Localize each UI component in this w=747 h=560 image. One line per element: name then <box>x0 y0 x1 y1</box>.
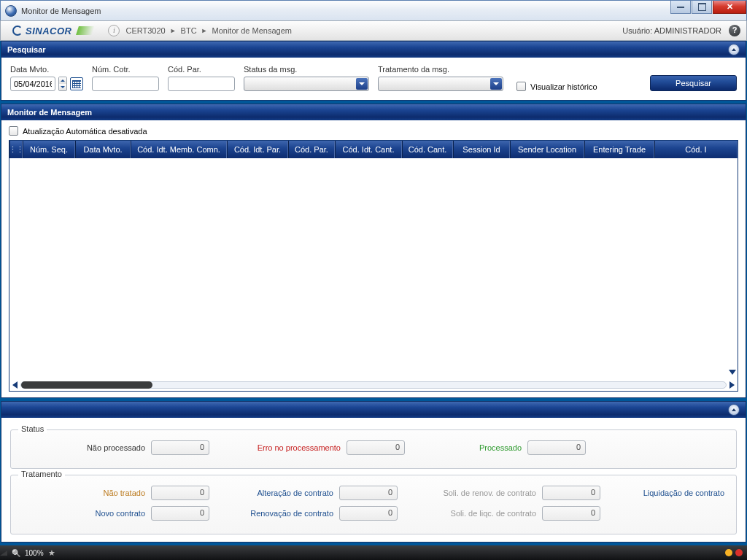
lbl-nao-tratado: Não tratado <box>43 489 145 497</box>
logo-mark-icon <box>12 26 23 36</box>
summary-panel: Status Não processado 0 Erro no processa… <box>1 401 746 542</box>
close-button[interactable] <box>713 1 746 14</box>
star-icon[interactable]: ★ <box>48 548 55 558</box>
spinner-up-icon[interactable] <box>59 77 66 84</box>
col-entering-trade[interactable]: Entering Trade <box>584 141 654 158</box>
crumb-3[interactable]: Monitor de Mensagem <box>212 26 292 35</box>
val-sol-liq: 0 <box>542 506 600 521</box>
scroll-right-icon[interactable] <box>729 381 735 389</box>
lbl-processado: Processado <box>419 443 522 452</box>
logo-accent-icon <box>77 26 93 35</box>
val-alteracao: 0 <box>339 486 398 500</box>
lbl-sol-renov: Soli. de renov. de contrato <box>412 489 536 497</box>
col-cod-truncated[interactable]: Cód. I <box>654 141 738 158</box>
user-label: Usuário: <box>622 26 652 35</box>
group-status-legend: Status <box>18 424 47 433</box>
label-cod-par: Cód. Par. <box>168 65 235 74</box>
val-processado: 0 <box>527 440 586 455</box>
search-button[interactable]: Pesquisar <box>650 75 737 91</box>
checkbox-auto-update[interactable]: Atualização Automática desativada <box>9 126 738 136</box>
input-data-mvto[interactable] <box>10 77 55 91</box>
maximize-button[interactable] <box>692 1 712 14</box>
val-erro-proc: 0 <box>347 440 405 455</box>
select-status-msg[interactable] <box>244 77 369 91</box>
window: Monitor de Mensagem SINACOR i CERT3020 ►… <box>0 0 747 560</box>
corner-icon <box>0 551 7 556</box>
scroll-left-icon[interactable] <box>12 381 18 389</box>
crumb-1[interactable]: CERT3020 <box>125 26 165 35</box>
user-info: Usuário: ADMINISTRADOR <box>622 26 721 35</box>
grid-rows-empty <box>9 158 738 379</box>
col-cod-idt-par[interactable]: Cód. Idt. Par. <box>227 141 288 158</box>
label-num-cotr: Núm. Cotr. <box>92 65 159 74</box>
checkbox-historico[interactable]: Visualizar histórico <box>516 82 597 91</box>
lbl-liquidacao: Liquidação de contrato <box>615 489 724 497</box>
checkbox-box-icon <box>516 82 526 91</box>
grid-panel-header: Monitor de Mensagem <box>1 104 746 120</box>
col-sender-loc[interactable]: Sender Location <box>510 141 584 158</box>
grid-hscroll <box>9 379 738 391</box>
calendar-button[interactable] <box>70 77 83 90</box>
summary-panel-header <box>1 402 746 418</box>
zoom-icon[interactable] <box>12 549 20 557</box>
group-tratamento-legend: Tratamento <box>18 470 65 478</box>
field-status-msg: Status da msg. <box>244 65 369 91</box>
info-icon[interactable]: i <box>108 25 120 36</box>
collapse-icon[interactable] <box>728 404 740 416</box>
client-area: Pesquisar Data Mvto. Núm. <box>0 41 747 545</box>
col-num-seq[interactable]: Núm. Seq. <box>23 141 75 158</box>
input-num-cotr[interactable] <box>92 77 159 91</box>
date-spinner[interactable] <box>58 77 67 91</box>
status-dot-error-icon[interactable] <box>735 549 743 556</box>
val-nao-tratado: 0 <box>151 486 209 500</box>
crumb-sep-icon: ► <box>170 27 177 34</box>
col-data-mvto[interactable]: Data Mvto. <box>75 141 131 158</box>
chevron-down-icon <box>490 78 502 90</box>
lbl-novo-contrato: Novo contrato <box>43 509 145 518</box>
crumb-2[interactable]: BTC <box>181 26 197 35</box>
search-panel: Pesquisar Data Mvto. Núm. <box>1 41 746 101</box>
breadcrumb: CERT3020 ► BTC ► Monitor de Mensagem <box>125 26 292 35</box>
status-dot-warning-icon[interactable] <box>725 549 732 556</box>
search-form: Data Mvto. Núm. Cotr. Cód. Pa <box>1 58 746 100</box>
col-cod-idt-memb[interactable]: Cód. Idt. Memb. Comn. <box>131 141 227 158</box>
field-data-mvto: Data Mvto. <box>10 65 83 91</box>
summary-body: Status Não processado 0 Erro no processa… <box>1 418 746 542</box>
scroll-down-icon[interactable] <box>729 370 736 375</box>
auto-update-label: Atualização Automática desativada <box>23 127 147 136</box>
status-bar: 100% ★ <box>0 545 747 560</box>
brand-logo: SINACOR <box>7 26 99 36</box>
val-novo-contrato: 0 <box>151 506 209 521</box>
field-num-cotr: Núm. Cotr. <box>92 65 159 91</box>
window-controls <box>670 1 746 14</box>
grid-header-row: ⋮⋮ Núm. Seq. Data Mvto. Cód. Idt. Memb. … <box>9 141 738 158</box>
group-status: Status Não processado 0 Erro no processa… <box>10 429 737 469</box>
app-icon <box>5 5 17 17</box>
select-tratamento-msg[interactable] <box>378 77 503 91</box>
grid-panel-title: Monitor de Mensagem <box>7 108 92 117</box>
search-panel-header: Pesquisar <box>1 42 746 58</box>
lbl-renovacao: Renovação de contrato <box>224 509 333 518</box>
col-session-id[interactable]: Session Id <box>453 141 510 158</box>
grid-handle-icon[interactable]: ⋮⋮ <box>9 141 23 158</box>
zoom-value: 100% <box>25 549 44 557</box>
crumb-sep-icon: ► <box>201 27 208 34</box>
hscroll-track[interactable] <box>20 381 727 389</box>
col-cod-idt-cant[interactable]: Cód. Idt. Cant. <box>335 141 402 158</box>
window-title: Monitor de Mensagem <box>21 7 101 15</box>
grid-body: Atualização Automática desativada ⋮⋮ Núm… <box>1 120 746 397</box>
spinner-down-icon[interactable] <box>59 84 66 90</box>
lbl-nao-processado: Não processado <box>43 443 145 452</box>
collapse-icon[interactable] <box>728 44 740 55</box>
help-icon[interactable]: ? <box>729 25 740 36</box>
checkbox-label: Visualizar histórico <box>530 82 597 91</box>
val-sol-renov: 0 <box>542 486 600 500</box>
logo-text: SINACOR <box>26 26 71 36</box>
col-cod-par[interactable]: Cód. Par. <box>288 141 335 158</box>
minimize-button[interactable] <box>670 1 691 14</box>
chevron-down-icon <box>356 78 368 90</box>
input-cod-par[interactable] <box>168 77 235 91</box>
col-cod-cant[interactable]: Cód. Cant. <box>402 141 453 158</box>
hscroll-thumb[interactable] <box>21 381 152 389</box>
lbl-sol-liq: Soli. de liqc. de contrato <box>412 509 536 518</box>
